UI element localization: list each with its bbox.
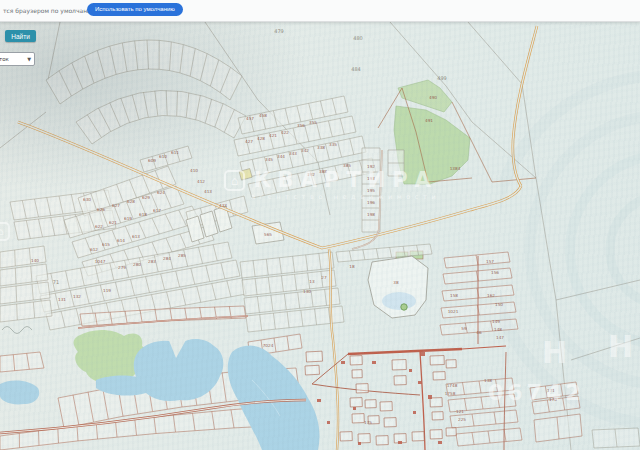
- parcel-label: 147: [496, 335, 504, 340]
- use-default-button[interactable]: Использовать по умолчанию: [87, 3, 183, 16]
- parcel-label: 121: [456, 409, 464, 414]
- parcel-label: 196: [367, 200, 375, 205]
- parcel-label: 622: [95, 224, 103, 229]
- parcel-label: 421: [269, 133, 277, 138]
- parcel-label: 627: [112, 203, 120, 208]
- parcel-label: 345: [265, 157, 273, 162]
- parcel-label: 490: [429, 95, 437, 100]
- parcel-label: 131: [58, 297, 66, 302]
- object-type-select[interactable]: сток ▼: [0, 52, 35, 66]
- parcel-label: 565: [264, 232, 272, 237]
- parcel-label: 192: [367, 164, 375, 169]
- parcel-label: 410: [190, 168, 198, 173]
- parcel-label: 171: [547, 388, 555, 393]
- map-canvas[interactable]: 4794804844994904911384716096106116306296…: [0, 0, 640, 450]
- parcel-label: 285: [178, 253, 186, 258]
- parcel-label: 388: [319, 169, 327, 174]
- parcel-label: 130: [303, 289, 311, 294]
- parcel-label: 138: [484, 378, 492, 383]
- parcel-label: 614: [117, 238, 125, 243]
- parcel-label: 385: [343, 163, 351, 168]
- parcel-label: 630: [83, 197, 91, 202]
- parcel-label: 618: [139, 212, 147, 217]
- parcel-label: 610: [159, 154, 167, 159]
- parcel-label: 491: [425, 118, 433, 123]
- parcel-label: 198: [367, 212, 375, 217]
- parcel-label: 38: [393, 280, 399, 285]
- parcel-label: 609: [148, 158, 156, 163]
- parcel-label: 71: [53, 279, 59, 285]
- parcel-label: 355: [309, 120, 317, 125]
- parcel-label: 479: [274, 28, 284, 34]
- object-type-select-value: сток: [0, 56, 9, 62]
- parcel-label: 162: [487, 293, 495, 298]
- parcel-label: 615: [102, 242, 110, 247]
- browser-notification-bar: тся браузером по умолчанию Использовать …: [0, 0, 640, 22]
- parcel-label: 428: [257, 136, 265, 141]
- parcel-label: 457: [246, 116, 254, 121]
- parcel-label: 626: [97, 207, 105, 212]
- parcel-label: 611: [171, 150, 179, 155]
- find-button[interactable]: Найти: [5, 30, 36, 42]
- parcel-label: 193: [367, 176, 375, 181]
- parcel-label: 344: [277, 154, 285, 159]
- parcel-label: 612: [90, 247, 98, 252]
- parcel-label: 342: [301, 148, 309, 153]
- parcel-label: 280: [133, 262, 141, 267]
- parcel-label: 157: [486, 259, 494, 264]
- parcel-label: 356: [297, 123, 305, 128]
- parcel-label: 1748: [447, 383, 458, 388]
- parcel-label: 59: [461, 326, 467, 331]
- parcel-label: 195: [367, 188, 375, 193]
- parcel-label: 1021: [448, 309, 459, 314]
- parcel-label: 343: [289, 151, 297, 156]
- parcel-label: 283: [148, 259, 156, 264]
- chevron-down-icon: ▼: [27, 56, 31, 62]
- parcel-label: 13: [309, 279, 315, 284]
- parcel-label: 621: [109, 220, 117, 225]
- parcel-label: 624: [157, 190, 165, 195]
- parcel-label: 484: [351, 66, 361, 72]
- parcel-label: 427: [245, 139, 253, 144]
- screen: 4794804844994904911384716096106116306296…: [0, 0, 640, 450]
- parcel-label: 499: [437, 75, 447, 81]
- parcel-label: 284: [163, 256, 171, 261]
- parcel-label: 1047: [95, 259, 106, 264]
- parcel-label: 149: [492, 319, 500, 324]
- parcel-label: 225: [458, 417, 466, 422]
- tree-marker-icon: [401, 304, 407, 310]
- notification-message: тся браузером по умолчанию: [3, 7, 96, 14]
- parcel-label: 158: [450, 293, 458, 298]
- parcel-label: 175: [364, 420, 372, 425]
- parcel-label: 1384: [450, 166, 461, 171]
- parcel-label: 613: [132, 234, 140, 239]
- parcel-label: 1758: [445, 391, 456, 396]
- parcel-label: 148: [494, 327, 502, 332]
- parcel-label: 422: [281, 130, 289, 135]
- parcel-label: 46: [476, 330, 482, 335]
- parcel-label: 628: [127, 199, 135, 204]
- parcel-label: 619: [124, 216, 132, 221]
- parcel-label: 140: [31, 258, 39, 263]
- parcel-label: 279: [118, 265, 126, 270]
- parcel-label: 7024: [263, 343, 274, 348]
- parcel-label: 629: [142, 195, 150, 200]
- parcel-label: 433: [219, 203, 227, 208]
- parcel-label: 150: [495, 302, 503, 307]
- parcel-label: 617: [153, 208, 161, 213]
- parcel-label: 335: [329, 142, 337, 147]
- parcel-label: 480: [353, 35, 363, 41]
- parcel-label: 392: [307, 172, 315, 177]
- parcel-label: 156: [491, 270, 499, 275]
- parcel-label: 132: [73, 294, 81, 299]
- parcel-label: 412: [197, 179, 205, 184]
- parcel-label: 338: [317, 145, 325, 150]
- parcel-label: 458: [259, 113, 267, 118]
- parcel-label: 18: [349, 264, 355, 269]
- parcel-label: 413: [204, 189, 212, 194]
- parcel-label: 27: [321, 275, 327, 280]
- parcel-label: 170: [549, 397, 557, 402]
- parcel-label: 119: [103, 288, 111, 293]
